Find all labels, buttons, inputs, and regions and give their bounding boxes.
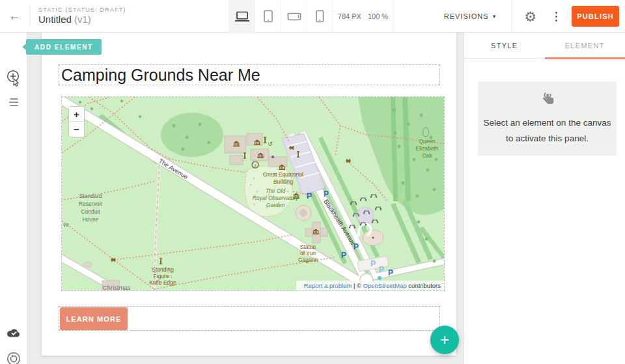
chevron-down-icon: ▾ (493, 13, 497, 20)
device-landscape-button[interactable] (281, 0, 307, 33)
phone-icon (313, 10, 326, 23)
label-ve: ve (63, 221, 69, 228)
svg-text:Royal Observatory: Royal Observatory (253, 195, 299, 201)
page-heading-text: Camping Grounds Near Me (59, 66, 260, 85)
svg-text:P: P (324, 189, 329, 199)
device-tablet-button[interactable] (255, 0, 281, 33)
active-tab-underline (545, 57, 625, 59)
camera-obscura-icon: ↺ (268, 141, 273, 147)
undo-button[interactable] (0, 351, 27, 364)
panel-empty-text: Select an element on the canvas to activ… (484, 115, 611, 147)
svg-text:P: P (379, 265, 384, 274)
back-button[interactable]: ← (0, 5, 30, 27)
svg-text:Building: Building (273, 178, 294, 185)
svg-text:Standing: Standing (152, 266, 174, 273)
svg-text:P: P (388, 268, 393, 277)
svg-text:Figure :: Figure : (154, 273, 173, 279)
map-zoom-in-button[interactable]: + (69, 107, 84, 122)
more-options-button[interactable] (546, 12, 566, 21)
document-title-block: STATIC (STATUS: DRAFT) Untitled (v1) (30, 7, 126, 26)
openstreetmap-canvas: i ↺ P P P P P P P The Avenue Bl (62, 97, 444, 290)
laptop-icon (234, 10, 250, 22)
add-element-tooltip: ADD ELEMENT (26, 39, 102, 55)
svg-text:Elizabeth: Elizabeth (416, 145, 439, 152)
svg-text:Knife Edge: Knife Edge (149, 279, 176, 286)
top-toolbar: ← STATIC (STATUS: DRAFT) Untitled (v1) (0, 0, 625, 33)
page-canvas[interactable]: Camping Grounds Near Me + − (42, 33, 456, 356)
publish-button[interactable]: PUBLISH (572, 6, 619, 27)
version-label: (v1) (74, 14, 91, 25)
svg-text:Great Equatorial: Great Equatorial (263, 171, 303, 178)
tab-element[interactable]: ELEMENT (545, 33, 625, 58)
osm-link[interactable]: OpenStreetMap (363, 282, 407, 289)
map-zoom-out-button[interactable]: − (69, 122, 84, 137)
svg-text:House: House (83, 216, 99, 223)
report-problem-link[interactable]: Report a problem (304, 282, 352, 289)
label-christmas: Christmas (103, 284, 131, 290)
canvas-zoom-value: 100 % (368, 12, 388, 20)
svg-text:Oak: Oak (422, 152, 432, 159)
svg-text:P: P (307, 191, 312, 201)
learn-more-button[interactable]: LEARN MORE (60, 307, 128, 330)
topbar-actions: REVISIONS ▾ ⚙ PUBLISH (428, 0, 625, 33)
status-label: STATIC (STATUS: DRAFT) (38, 7, 126, 14)
tap-icon (539, 91, 556, 109)
canvas-dimensions: 784 PX 100 % (333, 0, 393, 33)
inspector-tabs: STYLE ELEMENT (464, 33, 625, 59)
panel-empty-state: Select an element on the canvas to activ… (478, 81, 617, 156)
device-desktop-button[interactable] (229, 0, 255, 33)
map-attribution: Report a problem | © OpenStreetMap contr… (296, 281, 444, 290)
svg-text:Report a problem | © OpenStree: Report a problem | © OpenStreetMap contr… (304, 282, 441, 289)
undo-icon (6, 351, 21, 364)
add-element-icon (5, 70, 23, 89)
inspector-panel: STYLE ELEMENT Select an element on the c… (464, 33, 625, 364)
svg-text:P: P (370, 259, 376, 268)
hamburger-icon (7, 98, 20, 107)
tab-style[interactable]: STYLE (464, 33, 545, 58)
map-zoom-control: + − (68, 106, 85, 137)
svg-text:P: P (341, 251, 346, 260)
settings-button[interactable]: ⚙ (512, 10, 546, 23)
phone-landscape-icon (287, 10, 301, 23)
add-section-fab[interactable]: + (430, 326, 459, 354)
svg-text:of Yuri: of Yuri (300, 250, 316, 257)
artwork-marker (271, 156, 274, 158)
button-row-element[interactable]: LEARN MORE (59, 306, 440, 331)
kebab-icon (555, 12, 557, 14)
info-letter: i (255, 163, 256, 169)
device-phone-button[interactable] (307, 0, 333, 33)
left-toolbar (0, 33, 27, 364)
map-element[interactable]: + − (61, 96, 445, 291)
layout-structure-button[interactable] (0, 98, 27, 107)
save-status-indicator (0, 327, 27, 338)
svg-text:Conduit: Conduit (81, 208, 100, 215)
svg-text:Statue: Statue (300, 244, 316, 250)
label-gagarin: Statue of Yuri Gagarin (298, 244, 318, 263)
svg-text:Standard: Standard (79, 193, 102, 199)
svg-text:Garden: Garden (266, 202, 285, 208)
revisions-dropdown[interactable]: REVISIONS ▾ (428, 12, 512, 20)
gear-icon: ⚙ (524, 9, 536, 24)
svg-text:Reservoir: Reservoir (79, 201, 103, 207)
back-arrow-icon: ← (8, 9, 21, 23)
bus-stop-marker (378, 276, 382, 280)
heading-element[interactable]: Camping Grounds Near Me (59, 64, 440, 85)
svg-text:The Old: The Old (266, 188, 286, 194)
tablet-icon (261, 10, 275, 23)
svg-text:Queen: Queen (419, 138, 436, 145)
device-preview-switcher (229, 0, 333, 33)
add-element-button[interactable] (0, 70, 27, 89)
cloud-saved-icon (7, 327, 21, 338)
svg-text:Gagarin: Gagarin (298, 257, 318, 263)
page-title: Untitled (v1) (38, 14, 126, 26)
canvas-width-value: 784 PX (338, 12, 361, 20)
